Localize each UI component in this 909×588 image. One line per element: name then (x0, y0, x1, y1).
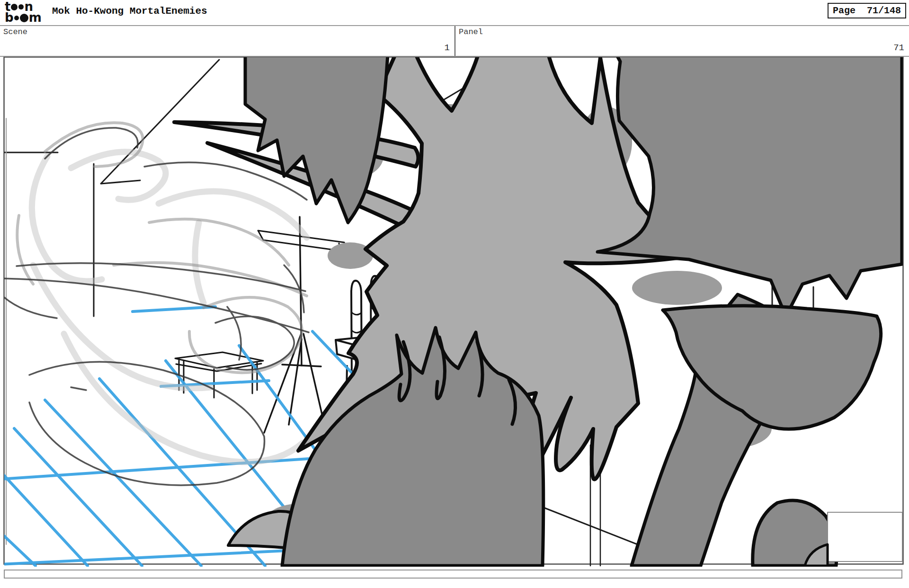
white-platform (828, 512, 902, 561)
toonboom-logo: tn bm (5, 1, 48, 23)
panel-value: 71 (893, 43, 904, 53)
caption-strip (4, 570, 902, 579)
page-indicator: Page 71/148 (828, 3, 906, 18)
scene-cell: Scene 1 (0, 26, 455, 56)
storyboard-panel-drawing (0, 0, 909, 588)
scene-label: Scene (3, 27, 27, 36)
logo-dot-icon (20, 14, 28, 22)
page-label: Page (833, 5, 856, 16)
panel-label: Panel (459, 27, 483, 36)
page-header: tn bm Mok Ho-Kwong MortalEnemies Page 71… (0, 0, 909, 26)
logo-dot-icon (14, 16, 19, 20)
logo-dot-icon (11, 4, 18, 10)
page-value: 71/148 (867, 5, 901, 16)
toonboom-logo-line2: bm (5, 12, 48, 23)
panel-cell: Panel 71 (455, 26, 909, 56)
project-title: Mok Ho-Kwong MortalEnemies (52, 6, 207, 17)
scene-value: 1 (445, 43, 450, 53)
meta-row: Scene 1 Panel 71 (0, 26, 909, 57)
storyboard-page: tn bm Mok Ho-Kwong MortalEnemies Page 71… (0, 0, 909, 588)
logo-dot-icon (18, 4, 24, 9)
